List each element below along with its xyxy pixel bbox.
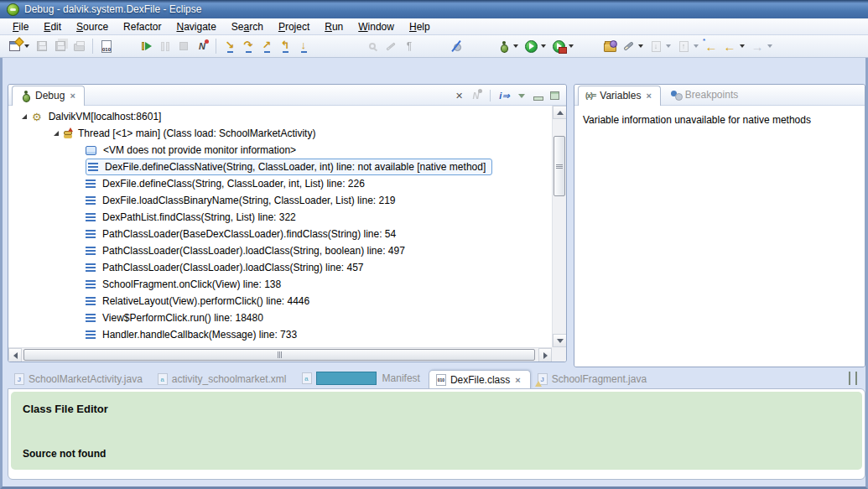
debug-launch-icon[interactable] xyxy=(494,37,512,55)
scroll-down-icon[interactable] xyxy=(553,334,566,347)
horizontal-scroll-thumb[interactable] xyxy=(23,349,535,361)
resume-icon[interactable] xyxy=(138,37,156,55)
main-toolbar: 010 N ↘ ↷ ↗ ↰ ↓ ¶ ↓ ↑ *← ← → xyxy=(0,35,868,58)
close-icon[interactable]: × xyxy=(645,91,652,101)
mark-occurrences-icon[interactable] xyxy=(619,37,637,55)
menu-window[interactable]: Window xyxy=(351,19,402,34)
horizontal-scrollbar[interactable] xyxy=(8,347,552,362)
print-icon[interactable] xyxy=(70,37,88,55)
use-step-filters-icon[interactable]: ↓ xyxy=(294,37,313,55)
forward-icon[interactable]: → xyxy=(748,37,767,55)
tree-row-monitor-info[interactable]: <VM does not provide monitor information… xyxy=(8,142,552,159)
tree-row-stack-frame[interactable]: RelativeLayout(View).performClick() line… xyxy=(8,293,552,310)
tree-row-stack-frame[interactable]: PathClassLoader(BaseDexClassLoader).find… xyxy=(8,226,552,242)
tab-dexfile-class[interactable]: 010 DexFile.class × xyxy=(429,370,531,389)
step-over-icon[interactable]: ↷ xyxy=(239,37,257,55)
new-wizard-dropdown[interactable] xyxy=(24,44,29,48)
tree-row-vm[interactable]: ⚙ DalvikVM[localhost:8601] xyxy=(8,108,552,125)
show-whitespace-icon[interactable]: ¶ xyxy=(400,37,418,55)
java-file-icon: J xyxy=(14,373,24,385)
menu-project[interactable]: Project xyxy=(271,19,317,34)
tab-debug[interactable]: Debug × xyxy=(12,86,85,106)
menu-edit[interactable]: Edit xyxy=(36,19,69,34)
forward-dropdown[interactable] xyxy=(767,44,772,48)
minimize-icon[interactable] xyxy=(531,89,545,102)
tab-activity-schoolmarket-xml[interactable]: a activity_schoolmarket.xml xyxy=(151,370,295,388)
back-icon[interactable]: ← xyxy=(720,37,739,55)
tree-row-stack-frame[interactable]: PathClassLoader(ClassLoader).loadClass(S… xyxy=(8,259,552,276)
format-pencil-icon[interactable] xyxy=(382,37,400,55)
menu-search[interactable]: Search xyxy=(224,19,271,34)
save-icon[interactable] xyxy=(33,37,51,55)
save-all-icon[interactable] xyxy=(51,37,70,55)
tab-schoolfragment-java[interactable]: J SchoolFragment.java xyxy=(531,370,655,388)
next-annotation-dropdown[interactable] xyxy=(666,44,671,48)
editor-maximize-icon[interactable] xyxy=(855,372,857,384)
xml-file-icon: a xyxy=(302,372,312,384)
tree-row-stack-frame[interactable]: DexPathList.findClass(String, List) line… xyxy=(8,209,552,226)
terminate-icon[interactable] xyxy=(174,37,193,55)
show-debug-toolbar-icon[interactable]: i⇒ xyxy=(497,89,512,102)
previous-annotation-icon[interactable]: ↑ xyxy=(674,37,693,55)
tree-row-stack-frame[interactable]: View$PerformClick.run() line: 18480 xyxy=(8,310,552,326)
view-menu-icon[interactable] xyxy=(514,89,528,102)
tree-row-stack-frame[interactable]: Handler.handleCallback(Message) line: 73… xyxy=(8,326,552,343)
tree-row-stack-frame[interactable]: PathClassLoader(ClassLoader).loadClass(S… xyxy=(8,242,552,259)
scroll-right-icon[interactable] xyxy=(538,348,552,362)
vertical-scrollbar[interactable] xyxy=(552,106,566,347)
maximize-icon[interactable] xyxy=(548,89,562,102)
step-into-icon[interactable]: ↘ xyxy=(221,37,239,55)
next-annotation-icon[interactable]: ↓ xyxy=(647,37,665,55)
expander-icon[interactable] xyxy=(54,131,59,136)
close-icon[interactable]: × xyxy=(514,376,521,385)
java-search-icon[interactable] xyxy=(363,37,382,55)
menu-file[interactable]: File xyxy=(5,19,36,34)
tree-row-stack-frame[interactable]: DexFile.defineClass(String, ClassLoader,… xyxy=(8,175,552,192)
disconnect-view-icon[interactable]: N xyxy=(469,89,483,102)
tab-variables[interactable]: (x)= Variables × xyxy=(578,86,661,106)
menu-source[interactable]: Source xyxy=(69,19,116,34)
run-launch-dropdown[interactable] xyxy=(541,44,546,48)
suspend-icon[interactable] xyxy=(156,37,174,55)
tab-schoolmarketactivity-java[interactable]: J SchoolMarketActivity.java xyxy=(8,370,151,388)
variables-view-header: (x)= Variables × Breakpoints xyxy=(574,85,865,106)
menu-navigate[interactable]: Navigate xyxy=(169,19,223,34)
skip-all-breakpoints-icon[interactable] xyxy=(447,37,465,55)
tab-manifest[interactable]: a Manifest xyxy=(295,368,429,388)
stack-frame-icon xyxy=(86,314,96,322)
debug-launch-dropdown[interactable] xyxy=(513,44,518,48)
last-edit-location-icon[interactable]: *← xyxy=(702,37,720,55)
selected-stack-frame[interactable]: DexFile.defineClassNative(String, ClassL… xyxy=(86,159,492,175)
open-task-icon[interactable] xyxy=(600,37,619,55)
scroll-left-icon[interactable] xyxy=(8,348,22,362)
previous-annotation-dropdown[interactable] xyxy=(694,44,699,48)
tree-row-stack-frame[interactable]: SchoolFragment.onClick(View) line: 138 xyxy=(8,276,552,293)
disconnect-icon[interactable]: N xyxy=(193,37,211,55)
drop-to-frame-icon[interactable]: ↰ xyxy=(276,37,294,55)
close-icon[interactable]: × xyxy=(69,91,75,101)
tree-row-stack-frame[interactable]: DexFile.loadClassBinaryName(String, Clas… xyxy=(8,192,552,209)
scroll-up-icon[interactable] xyxy=(553,106,566,119)
debug-view-header: Debug × ✕ N i⇒ xyxy=(8,85,566,106)
editor-minimize-icon[interactable] xyxy=(849,372,850,384)
menu-refactor[interactable]: Refactor xyxy=(116,19,169,34)
coverage-dropdown[interactable] xyxy=(569,44,574,48)
binary-file-icon[interactable]: 010 xyxy=(97,37,116,55)
tree-row-stack-frame-selected[interactable]: DexFile.defineClassNative(String, ClassL… xyxy=(8,159,552,175)
debug-view: Debug × ✕ N i⇒ ⚙ DalvikVM[localhost:8601… xyxy=(8,84,567,362)
coverage-icon[interactable] xyxy=(549,37,568,55)
run-launch-icon[interactable] xyxy=(522,37,540,55)
menu-help[interactable]: Help xyxy=(402,19,438,34)
tab-breakpoints[interactable]: Breakpoints xyxy=(664,86,746,105)
eclipse-window: Debug - dalvik.system.DexFile - Eclipse … xyxy=(0,0,868,489)
eclipse-app-icon xyxy=(7,3,19,16)
back-dropdown[interactable] xyxy=(740,44,745,48)
remove-terminated-icon[interactable]: ✕ xyxy=(452,89,466,102)
vertical-scroll-thumb[interactable] xyxy=(554,136,565,196)
menu-run[interactable]: Run xyxy=(317,19,351,34)
new-wizard-icon[interactable] xyxy=(5,37,23,55)
expander-icon[interactable] xyxy=(22,114,27,119)
step-return-icon[interactable]: ↗ xyxy=(257,37,276,55)
mark-occurrences-dropdown[interactable] xyxy=(638,44,643,48)
tree-row-thread[interactable]: Thread [<1> main] (Class load: SchoolMar… xyxy=(8,125,552,142)
